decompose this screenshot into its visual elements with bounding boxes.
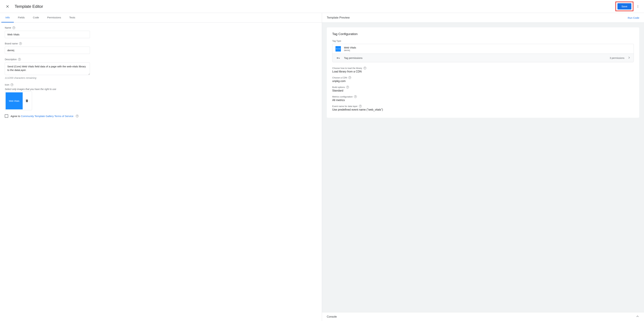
preview-header: Template Preview Run Code [322,13,644,23]
name-label: Name [5,26,11,29]
config-setting-label: Build options [332,86,345,88]
more-menu-icon[interactable] [634,3,641,10]
tab-info[interactable]: Info [1,13,14,22]
brand-name-label: Brand name [5,42,18,45]
console-panel-toggle[interactable]: Console [322,312,644,321]
config-setting-label: Choose how to load the library [332,67,362,69]
help-icon[interactable]: ? [364,67,366,69]
tag-thumbnail-icon: Web Vitals [336,46,341,51]
help-icon[interactable]: ? [18,58,21,61]
delete-icon[interactable] [25,99,29,103]
svg-point-2 [638,5,638,5]
preview-title: Template Preview [327,16,350,19]
tag-type-label: Tag Type [332,40,634,42]
config-setting: Choose a CDN?unpkg.com [332,76,634,83]
page-title: Template Editor [15,4,43,9]
tab-permissions[interactable]: Permissions [43,13,65,22]
config-setting-value: Use predefined event name ("web_vitals") [332,108,634,111]
svg-point-3 [638,6,638,7]
run-code-button[interactable]: Run Code [628,16,639,19]
editor-tabs: InfoFieldsCodePermissionsTests [0,13,322,23]
config-setting: Build options?Standard [332,86,634,92]
save-button[interactable]: Save [618,3,632,9]
tag-config-card: Tag Configuration Tag Type Web Vitals We… [327,27,639,118]
info-panel: Name ? Brand name ? Description ? 111/20 [0,23,322,321]
brand-name-field[interactable] [5,47,90,54]
config-setting: Event name for data layer?Use predefined… [332,105,634,111]
tab-fields[interactable]: Fields [14,13,29,22]
config-setting: Choose how to load the library?Load libr… [332,67,634,73]
help-icon[interactable]: ? [348,76,351,79]
tos-link[interactable]: Community Template Gallery Terms of Serv… [21,115,74,118]
agree-prefix: Agree to [10,115,21,118]
close-icon[interactable] [4,3,11,10]
config-setting-value: unpkg.com [332,80,634,83]
svg-rect-7 [339,58,340,59]
topbar: Template Editor Save [0,0,644,13]
tag-permissions-row[interactable]: Tag permissions 3 permissions [332,54,634,62]
svg-rect-8 [340,58,340,58]
tag-config-heading: Tag Configuration [332,32,634,36]
icon-upload-box: Web Vitals [5,92,32,110]
description-char-count: 111/200 characters remaining [5,77,317,79]
preview-body: Tag Configuration Tag Type Web Vitals We… [322,23,644,312]
config-setting-value: Standard [332,89,634,92]
config-setting-label: Event name for data layer [332,105,358,108]
help-icon[interactable]: ? [12,26,15,29]
config-setting-label: Choose a CDN [332,76,347,79]
icon-thumbnail: Web Vitals [6,92,23,109]
name-field[interactable] [5,31,90,38]
help-icon[interactable]: ? [19,42,22,45]
tab-tests[interactable]: Tests [65,13,80,22]
config-setting-value: Load library from a CDN [332,70,634,73]
console-title: Console [327,315,337,318]
config-setting-label: Metrics configuration [332,95,353,98]
tag-brand: demirj [344,49,356,51]
description-field[interactable] [5,62,90,75]
help-icon[interactable]: ? [359,105,362,108]
tag-name: Web Vitals [344,46,356,49]
svg-rect-6 [338,58,340,58]
tag-permissions-count: 3 permissions [610,57,624,59]
help-icon[interactable]: ? [76,115,78,117]
chevron-right-icon [628,56,630,60]
save-highlight-box: Save [616,1,634,11]
help-icon[interactable]: ? [346,86,349,88]
description-label: Description [5,58,17,61]
icon-label: Icon [5,83,9,86]
help-icon[interactable]: ? [354,95,357,98]
agree-checkbox[interactable] [5,114,8,118]
tag-permissions-label: Tag permissions [344,56,362,59]
tag-type-row: Web Vitals Web Vitals demirj [332,44,634,54]
chevron-up-icon [636,315,639,319]
config-setting-value: All metrics [332,99,634,102]
icon-usage-hint: Select only images that you have the rig… [5,88,317,91]
help-icon[interactable]: ? [10,83,13,86]
key-icon [336,56,341,60]
config-setting: Metrics configuration?All metrics [332,95,634,102]
tab-code[interactable]: Code [29,13,43,22]
svg-point-4 [638,7,638,8]
